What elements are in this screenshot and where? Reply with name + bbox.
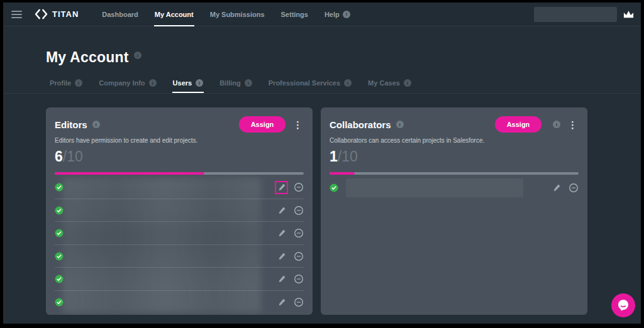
kebab-menu-icon[interactable]: ⋮ bbox=[567, 120, 579, 129]
active-check-icon bbox=[55, 183, 64, 192]
row-actions bbox=[275, 181, 304, 194]
user-row bbox=[55, 268, 304, 291]
crown-icon bbox=[622, 9, 635, 20]
nav-item-label: Help bbox=[325, 11, 340, 18]
active-check-icon bbox=[55, 252, 64, 261]
nav-item-label: Settings bbox=[281, 11, 308, 18]
card-title: Collaborators bbox=[330, 119, 391, 130]
user-row bbox=[55, 291, 304, 314]
card-actions: Assign i ⋮ bbox=[495, 116, 579, 133]
remove-icon[interactable] bbox=[294, 228, 304, 238]
info-icon[interactable]: i bbox=[344, 79, 352, 87]
remove-icon[interactable] bbox=[294, 205, 304, 216]
edit-icon[interactable] bbox=[275, 204, 288, 217]
seats-total: /10 bbox=[338, 148, 358, 165]
seats-progress-bar bbox=[55, 172, 304, 175]
info-icon[interactable]: i bbox=[149, 79, 157, 87]
nav-item-label: My Submissions bbox=[210, 11, 265, 18]
brand-name: TITAN bbox=[52, 9, 79, 19]
card-title: Editors bbox=[55, 119, 87, 130]
user-row bbox=[55, 199, 304, 222]
info-icon[interactable]: i bbox=[245, 79, 252, 87]
seat-count: 1/10 bbox=[330, 149, 579, 165]
assign-button[interactable]: Assign bbox=[239, 116, 286, 133]
card-header: Collaborators i Assign i ⋮ bbox=[330, 116, 579, 133]
active-check-icon bbox=[55, 206, 64, 215]
seat-count: 6/10 bbox=[55, 149, 304, 165]
tab-users[interactable]: Usersi bbox=[169, 79, 208, 93]
page-header: My Account i bbox=[3, 26, 641, 66]
seats-total: /10 bbox=[63, 148, 83, 165]
info-icon[interactable]: i bbox=[75, 79, 82, 87]
tab-label: Profile bbox=[50, 79, 71, 87]
titan-logo-icon bbox=[35, 8, 48, 20]
edit-icon[interactable] bbox=[275, 227, 288, 240]
edit-icon[interactable] bbox=[275, 181, 288, 194]
edit-icon[interactable] bbox=[275, 249, 288, 263]
user-row bbox=[55, 176, 304, 199]
collaborators-card: Collaborators i Assign i ⋮ Collaborators… bbox=[321, 107, 587, 315]
edit-icon[interactable] bbox=[275, 273, 288, 286]
info-icon[interactable]: i bbox=[396, 121, 404, 128]
topbar-right bbox=[534, 7, 641, 22]
page-title: My Account bbox=[46, 49, 129, 66]
chat-widget-button[interactable] bbox=[611, 293, 635, 317]
account-tabs: ProfileiCompany InfoiUsersiBillingiProfe… bbox=[3, 66, 641, 93]
seats-progress-bar bbox=[330, 172, 579, 175]
info-icon[interactable]: i bbox=[196, 79, 203, 87]
active-check-icon bbox=[55, 275, 64, 283]
top-nav: DashboardMy AccountMy SubmissionsSetting… bbox=[94, 3, 358, 26]
hamburger-menu-icon[interactable] bbox=[11, 11, 22, 18]
nav-item-my-account[interactable]: My Account bbox=[147, 3, 202, 26]
remove-icon[interactable] bbox=[294, 297, 304, 307]
info-icon[interactable]: i bbox=[134, 52, 142, 59]
active-check-icon bbox=[55, 298, 64, 307]
tab-label: My Cases bbox=[368, 79, 400, 87]
row-actions bbox=[275, 273, 304, 286]
card-header: Editors i Assign ⋮ bbox=[55, 116, 304, 133]
edit-icon[interactable] bbox=[550, 181, 563, 194]
nav-item-dashboard[interactable]: Dashboard bbox=[94, 3, 146, 26]
tab-professional-services[interactable]: Professional Servicesi bbox=[265, 79, 355, 93]
tab-company-info[interactable]: Company Infoi bbox=[95, 79, 160, 93]
nav-item-label: My Account bbox=[155, 11, 194, 18]
seats-used: 6 bbox=[55, 148, 63, 165]
tab-profile[interactable]: Profilei bbox=[46, 79, 86, 93]
tab-billing[interactable]: Billingi bbox=[216, 79, 256, 93]
tab-label: Billing bbox=[219, 79, 241, 87]
info-icon[interactable]: i bbox=[553, 121, 560, 128]
tab-my-cases[interactable]: My Casesi bbox=[364, 79, 415, 93]
edit-icon[interactable] bbox=[275, 296, 288, 309]
nav-item-label: Dashboard bbox=[102, 11, 138, 18]
user-rows bbox=[55, 176, 304, 314]
card-description: Editors have permission to create and ed… bbox=[55, 137, 304, 144]
nav-item-my-submissions[interactable]: My Submissions bbox=[202, 3, 273, 26]
seats-progress-fill bbox=[55, 172, 204, 175]
tab-label: Company Info bbox=[99, 79, 145, 87]
active-check-icon bbox=[330, 183, 338, 192]
app-window: TITAN DashboardMy AccountMy SubmissionsS… bbox=[3, 3, 641, 324]
seats-used: 1 bbox=[330, 148, 338, 165]
remove-icon[interactable] bbox=[294, 182, 304, 192]
user-row bbox=[55, 222, 304, 245]
tab-label: Users bbox=[173, 79, 192, 87]
kebab-menu-icon[interactable]: ⋮ bbox=[292, 120, 304, 129]
card-description: Collaborators can access certain project… bbox=[330, 137, 579, 144]
card-actions: Assign ⋮ bbox=[239, 116, 304, 133]
seats-progress-fill bbox=[330, 172, 355, 175]
tab-label: Professional Services bbox=[269, 79, 340, 87]
remove-icon[interactable] bbox=[569, 183, 579, 193]
top-bar: TITAN DashboardMy AccountMy SubmissionsS… bbox=[3, 3, 641, 26]
nav-item-settings[interactable]: Settings bbox=[273, 3, 316, 26]
remove-icon[interactable] bbox=[294, 274, 304, 284]
info-icon[interactable]: i bbox=[92, 121, 100, 128]
cards-section: Editors i Assign ⋮ Editors have permissi… bbox=[3, 94, 641, 315]
remove-icon[interactable] bbox=[294, 251, 304, 261]
info-icon[interactable]: i bbox=[343, 11, 350, 18]
redacted-account-box[interactable] bbox=[534, 7, 617, 22]
user-rows bbox=[330, 176, 579, 199]
nav-item-help[interactable]: Helpi bbox=[316, 3, 358, 26]
assign-button[interactable]: Assign bbox=[495, 116, 541, 133]
info-icon[interactable]: i bbox=[404, 79, 411, 87]
brand[interactable]: TITAN bbox=[35, 8, 79, 20]
